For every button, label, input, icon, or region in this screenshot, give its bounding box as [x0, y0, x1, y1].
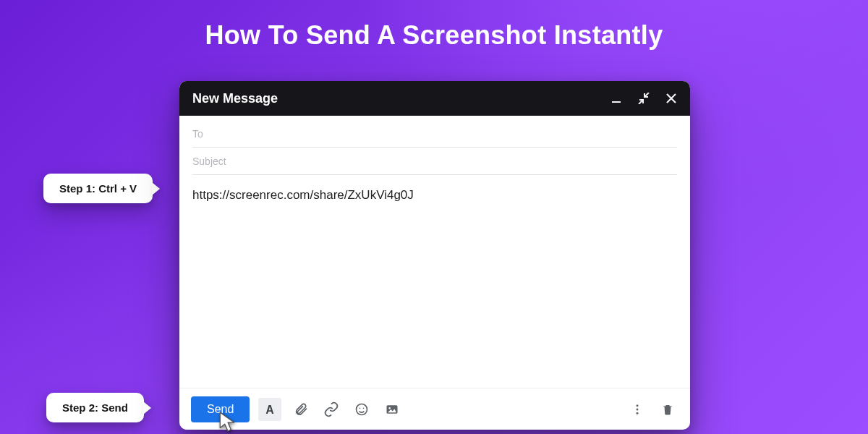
formatting-icon[interactable]	[258, 398, 281, 421]
svg-point-3	[363, 407, 365, 409]
compose-toolbar: Send	[179, 388, 690, 430]
svg-point-8	[637, 412, 639, 414]
step-1-callout: Step 1: Ctrl + V	[43, 174, 153, 203]
send-button[interactable]: Send	[191, 396, 250, 422]
to-field-row	[192, 120, 677, 148]
insert-image-icon[interactable]	[381, 399, 403, 420]
close-icon[interactable]	[664, 91, 678, 106]
to-field[interactable]	[192, 128, 677, 140]
header-fields	[179, 116, 690, 175]
window-controls	[609, 91, 678, 106]
step-2-label: Step 2: Send	[62, 401, 128, 414]
svg-point-1	[357, 404, 367, 414]
discard-icon[interactable]	[657, 399, 678, 420]
svg-rect-0	[612, 101, 621, 103]
svg-point-7	[637, 408, 639, 410]
subject-field[interactable]	[192, 156, 677, 167]
message-body-text: https://screenrec.com/share/ZxUkVi4g0J	[192, 188, 414, 202]
step-2-callout: Step 2: Send	[46, 393, 144, 422]
compose-window: New Message https://screenrec.com/shar	[179, 81, 690, 430]
svg-point-2	[359, 407, 361, 409]
exit-fullscreen-icon[interactable]	[637, 91, 651, 106]
attach-icon[interactable]	[290, 399, 312, 420]
emoji-icon[interactable]	[351, 399, 373, 420]
window-title: New Message	[192, 91, 609, 106]
page-title: How To Send A Screenshot Instantly	[0, 20, 868, 51]
step-1-label: Step 1: Ctrl + V	[59, 182, 137, 195]
minimize-icon[interactable]	[609, 91, 624, 106]
more-options-icon[interactable]	[626, 399, 648, 420]
message-body[interactable]: https://screenrec.com/share/ZxUkVi4g0J	[179, 175, 690, 388]
svg-point-5	[389, 407, 391, 409]
subject-field-row	[192, 148, 677, 175]
svg-point-6	[637, 404, 639, 407]
window-titlebar: New Message	[179, 81, 690, 116]
link-icon[interactable]	[320, 399, 342, 420]
